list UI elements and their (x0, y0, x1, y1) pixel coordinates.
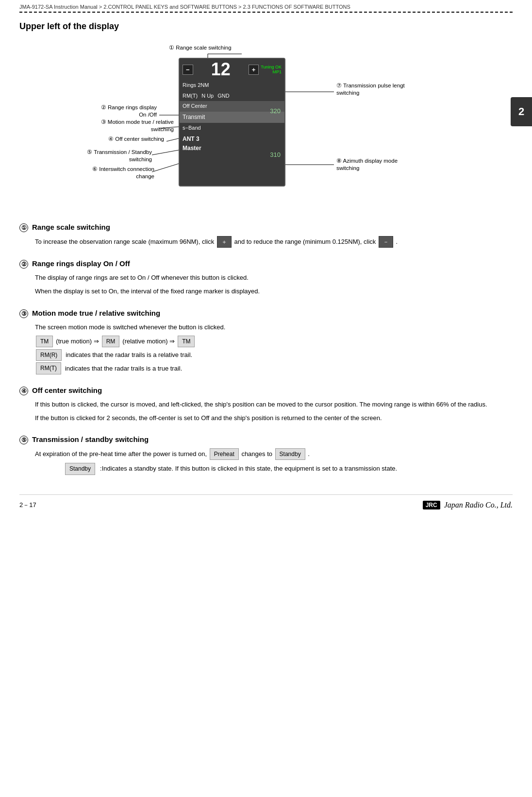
diagram-inner: ① Range scale switching − 12 + Tuning OK… (72, 43, 460, 208)
heading-range-rings: ② Range rings display On / Off (19, 259, 513, 269)
circle-4: ④ (19, 387, 28, 395)
jrc-badge: JRC (423, 501, 440, 509)
preheat-button[interactable]: Preheat (210, 448, 239, 460)
radar-transmit-row: Transmit (180, 112, 284, 123)
standby-button-inline[interactable]: Standby (275, 448, 305, 460)
radar-num2: 310 (270, 151, 281, 158)
heading-motion-mode: ③ Motion mode true / relative switching (19, 309, 513, 318)
breadcrumb: JMA-9172-SA Instruction Manual > 2.CONTR… (19, 0, 513, 13)
rm-t-button[interactable]: RM(T) (36, 362, 61, 374)
tm-button[interactable]: TM (36, 336, 53, 347)
svg-line-5 (152, 150, 179, 155)
label-motion-mode: ③ Motion mode true / relative switching (72, 119, 174, 133)
heading-transmission: ⑤ Transmission / standby switching (19, 435, 513, 444)
tm-button-2[interactable]: TM (178, 336, 195, 347)
radar-plus-button[interactable]: + (249, 65, 259, 75)
section-range-scale: ① Range scale switching To increase the … (19, 223, 513, 248)
radar-rings-row: Rings 2NM (180, 80, 284, 91)
rm-r-row: RM(R) indicates that the radar trails is… (35, 349, 513, 361)
rm-button[interactable]: RM (102, 336, 120, 347)
radar-rm-t: RM(T) (183, 92, 198, 101)
footer: 2－17 JRC Japan Radio Co., Ltd. (19, 494, 513, 509)
heading-off-center: ④ Off center switching (19, 386, 513, 395)
radar-gnd: GND (217, 92, 229, 101)
diagram-container: ① Range scale switching − 12 + Tuning OK… (19, 43, 513, 208)
radar-n-up: N Up (201, 92, 214, 101)
section-motion-mode: ③ Motion mode true / relative switching … (19, 309, 513, 374)
label-pulse-length: ⑦ Transmission pulse lengt switching (336, 82, 443, 97)
body-off-center: If this button is clicked, the cursor is… (19, 399, 513, 424)
svg-line-4 (166, 138, 179, 141)
standby-button-desc[interactable]: Standby (65, 463, 95, 475)
radar-range-number: 12 (193, 61, 249, 78)
footer-logo: JRC Japan Radio Co., Ltd. (423, 501, 513, 509)
body-range-rings: The display of range rings are set to On… (19, 272, 513, 297)
section-off-center: ④ Off center switching If this button is… (19, 386, 513, 424)
heading-range-scale: ① Range scale switching (19, 223, 513, 232)
section-heading: Upper left of the display (19, 21, 513, 32)
svg-line-6 (152, 164, 179, 172)
page-number: 2－17 (19, 501, 36, 509)
radar-ant-row: ANT 3 Master (180, 134, 284, 154)
company-name: Japan Radio Co., Ltd. (444, 501, 513, 509)
radar-off-center-row: Off Center (180, 101, 284, 112)
body-range-scale: To increase the observation range scale … (19, 236, 513, 248)
section-range-rings: ② Range rings display On / Off The displ… (19, 259, 513, 297)
plus-button-inline[interactable]: ＋ (217, 236, 232, 248)
body-transmission: At expiration of the pre-heat time after… (19, 448, 513, 475)
section-transmission: ⑤ Transmission / standby switching At ex… (19, 435, 513, 475)
chapter-number: 2 (518, 105, 524, 118)
label-transmission: ⑤ Transmission / Standby switching (72, 149, 152, 163)
chapter-tab: 2 (511, 97, 532, 126)
rm-r-button[interactable]: RM(R) (36, 349, 62, 361)
circle-2: ② (19, 260, 28, 269)
standby-desc-row: Standby :Indicates a standby state. If t… (35, 463, 513, 475)
label-azimuth: ⑧ Azimuth display mode switching (336, 157, 433, 172)
radar-rm-row: RM(T) N Up GND (180, 91, 284, 102)
radar-display: − 12 + Tuning OK MP1 Rings 2NM RM(T) N U… (179, 58, 285, 187)
circle-3: ③ (19, 309, 28, 318)
minus-button-inline[interactable]: － (379, 236, 393, 248)
rm-t-row: RM(T) indicates that the radar trails is… (35, 362, 513, 374)
label-interswitch: ⑥ Interswitch connection change (72, 166, 154, 180)
radar-sband-row: s−Band (180, 123, 284, 134)
radar-tuning-ok: Tuning OK (261, 65, 282, 69)
body-motion-mode: The screen motion mode is switched whene… (19, 322, 513, 374)
circle-5: ⑤ (19, 436, 28, 444)
label-off-center: ④ Off center switching (77, 136, 164, 143)
circle-1: ① (19, 223, 28, 232)
label-range-rings: ② Range rings display On /Off (72, 104, 157, 119)
radar-minus-button[interactable]: − (183, 65, 193, 75)
motion-chain-row: TM (true motion) ⇒ RM (relative motion) … (35, 336, 513, 347)
radar-mp1: MP1 (272, 69, 282, 74)
label-range-scale: ① Range scale switching (169, 44, 232, 51)
radar-num1: 320 (270, 107, 281, 115)
